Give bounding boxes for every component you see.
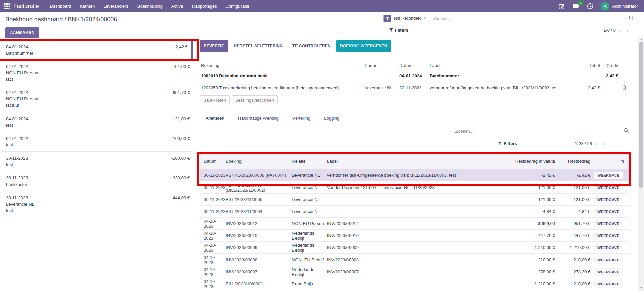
user-menu[interactable]: A Administrator (601, 2, 638, 11)
cell-restbedrag-valuta: -2,42 € (515, 173, 555, 178)
statement-line-item[interactable]: 30-11-2023 Leverancie NL test -444,00 € (2, 191, 193, 217)
view-move-button[interactable]: WEERGAVE (594, 196, 623, 203)
match-pager-prev-icon[interactable]: ‹ (595, 141, 599, 146)
match-pager-next-icon[interactable]: › (601, 141, 605, 146)
cell-datum: 04-10-2023 (200, 267, 226, 277)
match-row[interactable]: 30-11-2023 PBNK1/2023/00008 (PAY0004) Le… (200, 169, 629, 181)
delete-line-icon[interactable] (622, 86, 626, 91)
optional-columns-icon[interactable]: ⇄ (620, 159, 626, 163)
statement-line-date: 04-01-2024 (6, 44, 187, 50)
messages-icon[interactable]: 2 (573, 3, 579, 10)
validate-button[interactable]: BEVESTIG (200, 40, 228, 52)
cell-restbedrag-valuta: -1.210,00 € (515, 281, 555, 286)
statement-line-item[interactable]: 04-01-2024 test -100,00 € (2, 132, 193, 152)
menu-item[interactable]: Boekhouding (133, 0, 167, 12)
cell-relatie: Leverancie NL (292, 173, 327, 178)
cell-label: Batchnummer (428, 70, 584, 81)
statement-line-item[interactable]: 30-11-2023 bankkosten -333,00 € (2, 171, 193, 191)
tab[interactable]: Logging (318, 112, 345, 124)
quick-counterpart-button[interactable]: Bankkosten (200, 95, 230, 105)
match-row[interactable]: 04-10-2023 INV/2023/00010 Nederlands Bed… (200, 230, 629, 242)
cell-datum: 04-10-2023 (200, 255, 226, 265)
view-move-button[interactable]: WEERGAVE (594, 232, 623, 239)
match-row[interactable]: 04-10-2023 INV/2023/00009 Nederlands Bed… (200, 242, 629, 254)
view-move-button[interactable]: WEERGAVE (594, 244, 623, 251)
match-row[interactable]: 04-10-2023 BILL/2023/10/0002 Bram Buijs … (200, 278, 629, 290)
to-check-button[interactable]: TE CONTROLEREN (288, 40, 335, 52)
cell-relatie: Nederlands Bedrijf (292, 267, 327, 277)
match-search-input[interactable] (454, 128, 624, 134)
pager-prev-icon[interactable]: ‹ (619, 28, 623, 33)
entry-table-row[interactable]: 1203050 Tussenrekening betalingen credit… (200, 82, 629, 94)
statement-line-memo: NON EU Person factuur (6, 96, 189, 108)
entry-table-row[interactable]: 1002010 Rekening-courant bank 04-01-2024… (200, 70, 629, 82)
menu-item[interactable]: Configuratie (221, 0, 254, 12)
main-menu: DashboardKlantenLeveranciersBoekhoudingA… (46, 0, 254, 12)
control-panel: Boekhoud dashboard / BNK1/2024/00006 AAN… (0, 12, 644, 40)
scrollbar-thumb[interactable] (639, 42, 643, 188)
cell-restbedrag: 951,70 € (555, 221, 590, 226)
statement-line-item[interactable]: 04-01-2024 test 121,00 € (2, 112, 193, 132)
cell-datum: 30-11-2023 (398, 82, 428, 93)
col-debet: Debet (584, 61, 601, 70)
cell-debet: 2,42 € (584, 82, 601, 93)
view-move-button[interactable]: WEERGAVE (594, 256, 623, 264)
view-move-button[interactable]: WEERGAVE (594, 220, 623, 227)
col-label: Label (327, 159, 515, 164)
view-entry-button[interactable]: BOEKING WEERGEVEN (336, 40, 391, 52)
view-move-button[interactable]: WEERGAVE (594, 172, 623, 179)
cell-relatie: Nederlands Bedrijf (292, 231, 327, 241)
match-row[interactable]: 04-10-2023 INV/2023/00007 Nederlands Bed… (200, 266, 629, 278)
cell-datum: 04-10-2023 (200, 231, 226, 241)
activities-clock-icon[interactable] (587, 3, 593, 10)
scrollbar-up-icon[interactable]: ▲ (638, 37, 644, 42)
edit-icon[interactable] (558, 3, 565, 10)
statement-line-item[interactable]: 04-01-2024 Batchnummer -2,42 € (2, 40, 193, 60)
cell-boeking: PBNK1/2023/00007 (BILL/2023/11/0002) (226, 183, 292, 193)
app-name[interactable]: Facturatie (13, 3, 39, 10)
scrollbar-down-icon[interactable]: ▼ (638, 286, 644, 290)
match-filters-button[interactable]: Filters (498, 141, 517, 146)
menu-item[interactable]: Rapportages (187, 0, 221, 12)
statement-line-amount: 751,00 € (173, 63, 190, 70)
facet-remove-icon[interactable]: × (424, 16, 426, 21)
statement-line-memo: Batchnummer (6, 50, 187, 56)
apps-menu-icon[interactable] (4, 3, 10, 9)
match-search-icon[interactable] (624, 128, 629, 134)
view-move-button[interactable]: WEERGAVE (594, 184, 623, 191)
match-row[interactable]: 04-10-2023 INV/2023/00008 NON -EU Bedrij… (200, 254, 629, 266)
statement-line-item[interactable]: 04-01-2024 NON EU Person fact 751,00 € (2, 60, 193, 86)
search-facet: Not Reconciled × (383, 15, 429, 22)
menu-item[interactable]: Dashboard (46, 0, 76, 12)
match-row[interactable]: 04-10-2023 INV/2023/00012 NON EU Person … (200, 218, 629, 230)
quick-counterpart-button[interactable]: Betalingsverschillen (232, 95, 278, 105)
search-icon[interactable] (629, 15, 634, 22)
view-move-button[interactable]: WEERGAVE (594, 280, 623, 288)
tab[interactable]: Vertelling (286, 112, 316, 124)
reset-reconciliation-button[interactable]: HERSTEL AFLETTERING (230, 40, 287, 52)
cell-label: INV/2023/00009 (327, 245, 515, 250)
view-move-button[interactable]: WEERGAVE (594, 208, 623, 215)
cell-rekening: 1203050 Tussenrekening betalingen credit… (200, 82, 363, 93)
breadcrumb-parent[interactable]: Boekhoud dashboard (5, 16, 63, 23)
view-move-button[interactable]: WEERGAVE (594, 268, 623, 276)
statement-line-item[interactable]: 04-01-2024 NON EU Person factuur 951,70 … (2, 86, 193, 112)
match-candidates-table: Datum Boeking Relatie Label Restbedrag i… (200, 153, 629, 290)
statement-line-item[interactable]: 30-11-2023 test -100,00 € (2, 152, 193, 171)
menu-item[interactable]: Activa (167, 0, 187, 12)
match-search-panel (454, 128, 629, 136)
filters-button[interactable]: Filters (389, 28, 408, 33)
tab[interactable]: Handmatige Werking (232, 112, 285, 124)
menu-item[interactable]: Klanten (75, 0, 99, 12)
col-partner: Partner (363, 61, 398, 70)
match-row[interactable]: 30-11-2023 BILL/2023/11/0005 Leverancie … (200, 194, 629, 206)
vertical-scrollbar[interactable]: ▲ ▼ (638, 37, 644, 291)
match-row[interactable]: 30-11-2023 BILL/2023/11/0004 Leverancie … (200, 206, 629, 218)
pager-next-icon[interactable]: › (625, 28, 629, 33)
tab[interactable]: Afletteren (200, 112, 230, 124)
cell-relatie: Bram Buijs (292, 281, 327, 286)
match-row[interactable]: 30-11-2023 PBNK1/2023/00007 (BILL/2023/1… (200, 181, 629, 194)
menu-item[interactable]: Leveranciers (99, 0, 132, 12)
create-button[interactable]: AANMAKEN (5, 27, 39, 38)
search-input[interactable] (432, 16, 629, 21)
